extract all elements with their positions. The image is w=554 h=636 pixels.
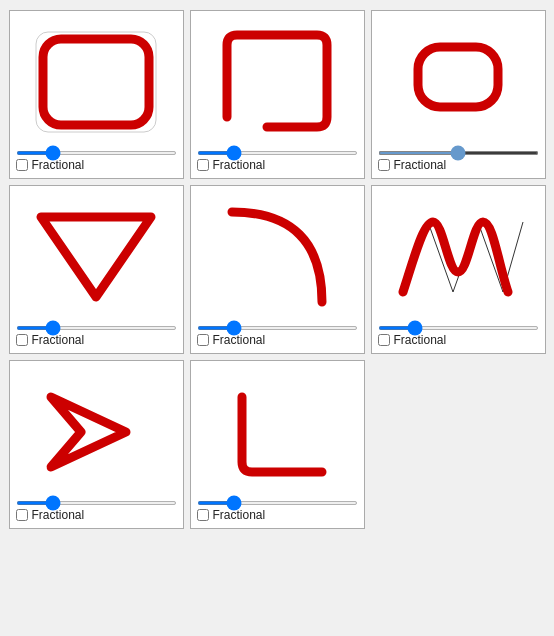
card-wave: Fractional bbox=[371, 185, 546, 354]
slider-5[interactable] bbox=[197, 326, 358, 330]
controls-7: Fractional bbox=[16, 501, 177, 522]
slider-row-4 bbox=[16, 326, 177, 330]
slider-row-1 bbox=[16, 151, 177, 155]
shape-area-2 bbox=[200, 17, 355, 147]
controls-1: Fractional bbox=[16, 151, 177, 172]
slider-4[interactable] bbox=[16, 326, 177, 330]
checkbox-row-1: Fractional bbox=[16, 158, 85, 172]
checkbox-row-5: Fractional bbox=[197, 333, 266, 347]
shape-area-3 bbox=[381, 17, 536, 147]
checkbox-5[interactable] bbox=[197, 334, 209, 346]
slider-row-8 bbox=[197, 501, 358, 505]
card-arrow: Fractional bbox=[9, 360, 184, 529]
checkbox-8[interactable] bbox=[197, 509, 209, 521]
slider-row-3 bbox=[378, 151, 539, 155]
label-4: Fractional bbox=[32, 333, 85, 347]
shape-area-5 bbox=[200, 192, 355, 322]
slider-3[interactable] bbox=[378, 151, 539, 155]
svg-rect-1 bbox=[43, 39, 149, 125]
label-7: Fractional bbox=[32, 508, 85, 522]
label-3: Fractional bbox=[394, 158, 447, 172]
shape-area-6 bbox=[381, 192, 536, 322]
checkbox-4[interactable] bbox=[16, 334, 28, 346]
svg-rect-2 bbox=[418, 47, 498, 107]
controls-8: Fractional bbox=[197, 501, 358, 522]
checkbox-6[interactable] bbox=[378, 334, 390, 346]
slider-2[interactable] bbox=[197, 151, 358, 155]
controls-6: Fractional bbox=[378, 326, 539, 347]
svg-marker-3 bbox=[41, 217, 151, 297]
checkbox-row-3: Fractional bbox=[378, 158, 447, 172]
card-rounded-rect-partial: Fractional bbox=[190, 10, 365, 179]
label-1: Fractional bbox=[32, 158, 85, 172]
checkbox-row-7: Fractional bbox=[16, 508, 85, 522]
checkbox-2[interactable] bbox=[197, 159, 209, 171]
checkbox-row-6: Fractional bbox=[378, 333, 447, 347]
svg-rect-0 bbox=[36, 32, 156, 132]
slider-1[interactable] bbox=[16, 151, 177, 155]
slider-row-6 bbox=[378, 326, 539, 330]
label-8: Fractional bbox=[213, 508, 266, 522]
controls-5: Fractional bbox=[197, 326, 358, 347]
card-triangle: Fractional bbox=[9, 185, 184, 354]
card-corner-bracket: Fractional bbox=[190, 360, 365, 529]
checkbox-row-2: Fractional bbox=[197, 158, 266, 172]
slider-6[interactable] bbox=[378, 326, 539, 330]
label-5: Fractional bbox=[213, 333, 266, 347]
card-rounded-rect-full: Fractional bbox=[9, 10, 184, 179]
shape-area-4 bbox=[19, 192, 174, 322]
label-6: Fractional bbox=[394, 333, 447, 347]
card-rounded-rect-mid: Fractional bbox=[371, 10, 546, 179]
shape-grid: Fractional Fractional bbox=[9, 10, 546, 529]
shape-area-8 bbox=[200, 367, 355, 497]
controls-4: Fractional bbox=[16, 326, 177, 347]
checkbox-3[interactable] bbox=[378, 159, 390, 171]
checkbox-row-8: Fractional bbox=[197, 508, 266, 522]
checkbox-7[interactable] bbox=[16, 509, 28, 521]
checkbox-row-4: Fractional bbox=[16, 333, 85, 347]
slider-8[interactable] bbox=[197, 501, 358, 505]
slider-row-5 bbox=[197, 326, 358, 330]
label-2: Fractional bbox=[213, 158, 266, 172]
shape-area-7 bbox=[19, 367, 174, 497]
slider-row-2 bbox=[197, 151, 358, 155]
controls-2: Fractional bbox=[197, 151, 358, 172]
shape-area-1 bbox=[19, 17, 174, 147]
controls-3: Fractional bbox=[378, 151, 539, 172]
slider-row-7 bbox=[16, 501, 177, 505]
slider-7[interactable] bbox=[16, 501, 177, 505]
checkbox-1[interactable] bbox=[16, 159, 28, 171]
card-curve-corner: Fractional bbox=[190, 185, 365, 354]
